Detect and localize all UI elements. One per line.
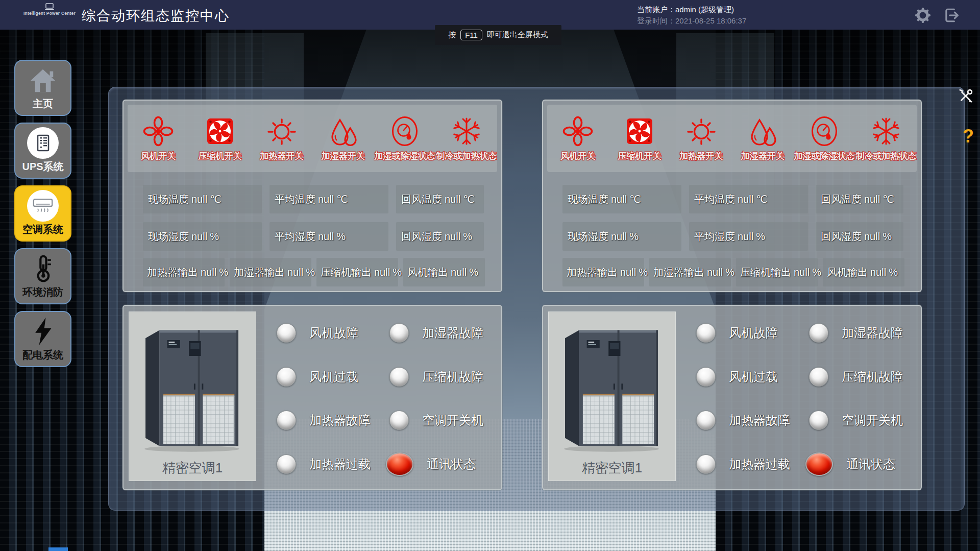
heater-switch[interactable]: 加热器开关 — [670, 105, 732, 172]
indicator: 空调开关机 — [385, 399, 498, 443]
f11-key-badge: F11 — [460, 30, 482, 40]
switch-icon-row: 风机开关 — [128, 105, 497, 172]
indicator: 风机故障 — [273, 311, 385, 355]
reading-value: null — [201, 267, 216, 278]
reading-cell: 回风温度 null ℃ — [396, 185, 484, 213]
humidifier-switch[interactable]: 加湿器开关 — [732, 105, 794, 172]
sidebar-item-power-distribution[interactable]: 配电系统 — [14, 311, 71, 367]
temperature-readings-row: 现场温度 null ℃ 平均温度 null ℃ 回风温度 null ℃ — [562, 185, 903, 213]
humidifier-switch[interactable]: 加湿器开关 — [312, 105, 374, 172]
indicator-label: 加湿器故障 — [422, 325, 483, 341]
switch-label: 风机开关 — [141, 150, 176, 162]
indicator-label: 压缩机故障 — [422, 369, 483, 385]
settings-button[interactable] — [915, 7, 931, 23]
humidity-readings-row: 现场湿度 null % 平均湿度 null % 回风湿度 null % — [143, 222, 484, 251]
reading-unit: ℃ — [336, 193, 348, 205]
ac-unit-panel: 精密空调1 风机故障 加湿器故障 风机过载 — [542, 305, 922, 490]
indicator: 加热器故障 — [273, 399, 385, 443]
reading-label: 加湿器输出 — [653, 266, 704, 279]
lightning-icon — [30, 312, 56, 348]
reading-unit: % — [812, 267, 821, 278]
sidebar-item-ups[interactable]: UPS系统 — [14, 123, 71, 179]
compressor-switch-icon — [205, 115, 235, 147]
reading-value: null — [611, 194, 627, 205]
led-icon — [809, 323, 828, 343]
indicator-label: 风机故障 — [729, 325, 778, 341]
humidify-dehumidify-status[interactable]: 加湿或除湿状态 — [374, 105, 436, 172]
help-button[interactable]: ? — [961, 126, 976, 148]
reading-label: 平均湿度 — [694, 230, 735, 244]
indicator: 加热器过载 — [692, 442, 805, 486]
reading-label: 现场湿度 — [568, 230, 608, 244]
led-icon — [389, 411, 409, 430]
led-icon — [696, 411, 716, 430]
indicator: 加湿器故障 — [385, 311, 498, 355]
humidifier-switch-icon — [328, 115, 358, 147]
ac-image-card: 精密空调1 — [129, 312, 256, 481]
reading-value: null — [287, 267, 303, 278]
reading-cell: 现场湿度 null % — [562, 222, 681, 251]
tools-button[interactable] — [958, 88, 974, 104]
led-icon — [386, 452, 413, 476]
switch-icon-row: 风机开关 — [547, 105, 917, 172]
reading-unit: % — [219, 267, 228, 278]
fan-switch[interactable]: 风机开关 — [547, 105, 609, 172]
reading-value: null — [191, 231, 207, 243]
reading-value: null — [451, 267, 467, 278]
fan-switch[interactable]: 风机开关 — [128, 105, 189, 172]
switch-label: 加湿或除湿状态 — [794, 150, 855, 162]
main-content-container: 风机开关 — [108, 87, 965, 511]
indicator-label: 空调开关机 — [842, 412, 903, 428]
monitoring-dashboard: Intelligent Power Center 综合动环组态监控中心 当前账户… — [0, 0, 980, 551]
indicator: 加湿器故障 — [805, 311, 918, 355]
reading-label: 压缩机输出 — [740, 266, 791, 279]
reading-unit: ℃ — [756, 193, 767, 205]
switch-label: 压缩机开关 — [618, 150, 662, 162]
cooling-heating-status[interactable]: 制冷或加热状态 — [855, 105, 917, 172]
compressor-switch[interactable]: 压缩机开关 — [609, 105, 671, 172]
reading-unit: % — [889, 267, 898, 278]
compressor-switch[interactable]: 压缩机开关 — [189, 105, 251, 172]
reading-label: 回风湿度 — [821, 230, 862, 244]
humidify-dehumidify-status[interactable]: 加湿或除湿状态 — [794, 105, 855, 172]
home-icon — [28, 61, 58, 97]
indicator-label: 风机过载 — [729, 369, 778, 385]
sidebar-item-environment-fire[interactable]: 环境消防 — [14, 248, 71, 304]
ac-unit-column: 风机开关 — [542, 100, 922, 490]
ac-unit-name: 精密空调1 — [549, 459, 675, 477]
reading-value: null — [374, 267, 390, 278]
indicator: 加热器故障 — [692, 399, 805, 443]
fan-switch-icon — [143, 115, 174, 147]
heater-switch[interactable]: 加热器开关 — [251, 105, 312, 172]
sidebar-item-label: UPS系统 — [22, 160, 63, 174]
reading-label: 现场温度 — [148, 193, 189, 206]
sidebar-item-home[interactable]: 主页 — [14, 60, 71, 116]
sidebar-item-aircon[interactable]: 空调系统 — [14, 185, 71, 242]
ac-status-panel: 风机开关 — [542, 100, 922, 292]
reading-unit: % — [393, 267, 402, 278]
reading-label: 现场温度 — [568, 193, 608, 206]
reading-label: 风机输出 — [827, 266, 868, 279]
led-icon — [277, 454, 296, 474]
indicator: 风机故障 — [692, 311, 805, 355]
reading-unit: % — [306, 267, 315, 278]
cooling-heating-status[interactable]: 制冷或加热状态 — [435, 105, 497, 172]
reading-cell: 风机输出 null % — [823, 258, 904, 286]
indicator-grid: 风机故障 加湿器故障 风机过载 压缩机故障 — [273, 311, 498, 486]
reading-cell: 压缩机输出 null % — [736, 258, 818, 286]
indicator-label: 风机故障 — [309, 325, 358, 341]
led-icon — [277, 411, 296, 430]
fan-switch-icon — [562, 115, 593, 147]
temperature-readings-row: 现场温度 null ℃ 平均温度 null ℃ 回风温度 null ℃ — [143, 185, 484, 213]
reading-unit: % — [210, 231, 219, 243]
reading-unit: % — [336, 231, 346, 243]
cooling-heating-status-icon — [871, 115, 901, 147]
indicator-grid: 风机故障 加湿器故障 风机过载 压缩机故障 — [692, 311, 918, 486]
reading-value: null — [191, 194, 207, 205]
switch-label: 加湿器开关 — [741, 150, 785, 162]
sidebar-item-label: 配电系统 — [22, 348, 63, 362]
switch-label: 制冷或加热状态 — [436, 150, 497, 162]
humidify-dehumidify-status-icon — [809, 115, 840, 147]
reading-cell: 平均温度 null ℃ — [270, 185, 388, 213]
logout-button[interactable] — [943, 7, 960, 23]
